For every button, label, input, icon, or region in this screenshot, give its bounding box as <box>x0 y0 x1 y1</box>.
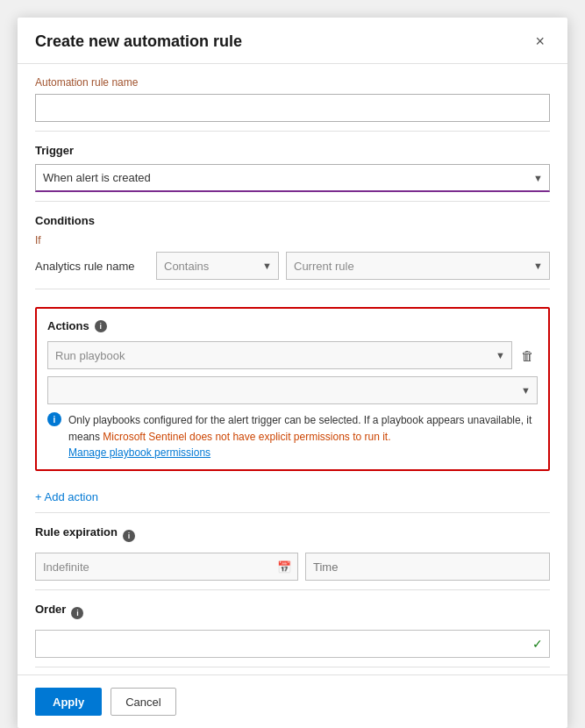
apply-button[interactable]: Apply <box>35 688 102 716</box>
trigger-select-wrapper: When alert is created When incident is c… <box>35 164 550 192</box>
conditions-section: Conditions If Analytics rule name Contai… <box>35 202 550 289</box>
add-action-button[interactable]: + Add action <box>35 490 98 503</box>
playbook-info-icon: i <box>47 412 61 426</box>
trigger-label: Trigger <box>35 144 550 157</box>
rule-name-label: Automation rule name <box>35 76 550 89</box>
indefinite-input[interactable] <box>35 553 298 581</box>
order-input-wrapper: 1 ✓ <box>35 630 550 658</box>
actions-section: Actions i Run playbook Assign owner Chan… <box>35 307 550 471</box>
playbook-select[interactable] <box>47 376 538 404</box>
order-info-icon[interactable]: i <box>71 607 83 619</box>
conditions-row: Analytics rule name Contains Does not co… <box>35 252 550 280</box>
close-button[interactable]: × <box>530 32 550 51</box>
current-rule-select[interactable]: Current rule <box>286 252 550 280</box>
actions-header: Actions i <box>47 319 538 332</box>
create-automation-dialog: Create new automation rule × Automation … <box>18 18 567 728</box>
order-section: Order i 1 ✓ <box>35 590 550 667</box>
playbook-info-box: i Only playbooks configured for the aler… <box>47 411 538 459</box>
delete-action-button[interactable]: 🗑 <box>517 345 538 367</box>
dialog-header: Create new automation rule × <box>18 18 567 63</box>
indefinite-select-wrapper: 📅 <box>35 553 298 581</box>
current-rule-select-wrapper: Current rule ▼ <box>286 252 550 280</box>
dialog-title: Create new automation rule <box>35 32 242 51</box>
dialog-body: Automation rule name Trigger When alert … <box>18 64 567 674</box>
run-playbook-row: Run playbook Assign owner Change status … <box>47 341 538 369</box>
manage-permissions-link[interactable]: Manage playbook permissions <box>68 446 538 459</box>
contains-select[interactable]: Contains Does not contain Equals Does no… <box>156 252 279 280</box>
order-label: Order <box>35 603 66 616</box>
expiration-row: 📅 <box>35 553 550 581</box>
actions-title: Actions <box>47 319 89 332</box>
playbook-info-text: Only playbooks configured for the alert … <box>68 411 538 459</box>
time-input[interactable] <box>305 553 550 581</box>
actions-info-icon[interactable]: i <box>95 320 107 332</box>
trigger-select[interactable]: When alert is created When incident is c… <box>35 164 550 192</box>
run-playbook-select-wrapper: Run playbook Assign owner Change status … <box>47 341 512 369</box>
contains-select-wrapper: Contains Does not contain Equals Does no… <box>156 252 279 280</box>
if-label: If <box>35 234 550 246</box>
trigger-section: Trigger When alert is created When incid… <box>35 132 550 202</box>
add-action-row: + Add action <box>35 480 550 513</box>
analytics-rule-label: Analytics rule name <box>35 260 149 273</box>
rule-name-input[interactable] <box>35 94 550 122</box>
rule-expiration-section: Rule expiration i 📅 <box>35 513 550 590</box>
cancel-button[interactable]: Cancel <box>111 688 175 716</box>
expiration-info-icon[interactable]: i <box>123 530 135 542</box>
expiration-label: Rule expiration <box>35 525 118 539</box>
playbook-select-wrapper: ▼ <box>47 376 538 404</box>
run-playbook-select[interactable]: Run playbook Assign owner Change status … <box>47 341 512 369</box>
playbook-info-orange: Microsoft Sentinel does not have explici… <box>103 431 390 443</box>
order-input[interactable]: 1 <box>35 630 550 658</box>
dialog-footer: Apply Cancel <box>18 674 567 728</box>
rule-name-section: Automation rule name <box>35 64 550 132</box>
conditions-label: Conditions <box>35 214 550 227</box>
